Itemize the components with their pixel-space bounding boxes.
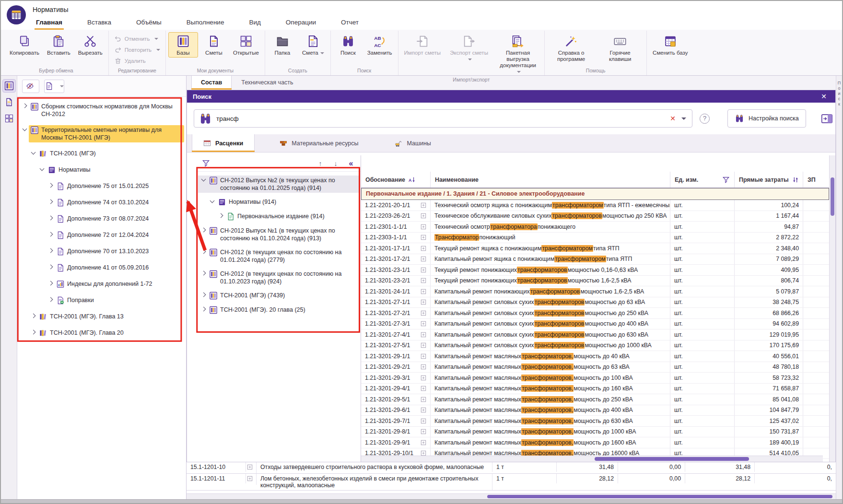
ribbon-tab[interactable]: Выполнение	[185, 15, 226, 30]
chevron-down-icon[interactable]	[38, 165, 46, 173]
tab-materials[interactable]: Материальные ресурсы	[268, 134, 370, 152]
estimate-button[interactable]: Смета	[298, 32, 328, 58]
folder-button[interactable]: Папка	[268, 32, 297, 58]
horizontal-scrollbar[interactable]	[361, 456, 823, 462]
table-row[interactable]: 1.21-3201-29-9/1Капитальный ремонт масля…	[361, 437, 829, 448]
document-tab[interactable]: Состав	[191, 76, 232, 90]
collapsed-panel-strip[interactable]: Поиск	[836, 76, 842, 499]
tab-machines[interactable]: Машины	[383, 134, 442, 152]
replace-button[interactable]: АВАСЗаменить	[364, 32, 396, 58]
tab-rates[interactable]: Расценки	[192, 134, 255, 152]
tree-item[interactable]: ТСН-2001 (МГЭ). Глава 20	[17, 328, 184, 338]
delete-button[interactable]: Удалить	[111, 57, 149, 65]
close-icon[interactable]: ✕	[818, 93, 830, 100]
chevron-right-icon[interactable]	[47, 214, 55, 222]
cut-button[interactable]: Вырезать	[75, 32, 106, 58]
chevron-right-icon[interactable]	[47, 231, 55, 238]
chevron-right-icon[interactable]	[30, 328, 37, 336]
bases-button[interactable]: Базы	[168, 32, 198, 58]
scrollbar-thumb[interactable]	[831, 177, 834, 216]
table-row[interactable]: 1.21-3201-29-7/1Капитальный ремонт масля…	[361, 416, 829, 427]
scrollbar-thumb[interactable]	[595, 457, 749, 461]
ribbon-tab[interactable]: Операции	[284, 15, 317, 30]
tree-item[interactable]: Дополнение 72 от 12.04.2024	[17, 230, 184, 240]
table-row[interactable]: 1.21-2303-1-1/1Трансформатор понижающийш…	[361, 233, 829, 244]
table-row[interactable]: 1.21-3201-27-2/1Капитальный ремонт силов…	[361, 308, 829, 319]
table-row[interactable]: 1.21-3201-23-1/1Текущий ремонт понижающи…	[361, 265, 829, 276]
ribbon-tab[interactable]: Вид	[247, 15, 262, 30]
chevron-down-icon[interactable]	[30, 149, 37, 157]
chevron-down-icon[interactable]	[21, 126, 29, 133]
tree-item[interactable]: СН-2012 (в текущих ценах по состоянию на…	[198, 269, 360, 286]
table-row[interactable]: 15.1-1201-10Отходы затвердевшего строите…	[187, 462, 836, 474]
copy-button[interactable]: Копировать	[6, 32, 43, 58]
tree-item[interactable]: Дополнение 73 от 08.07.2024	[17, 214, 184, 224]
table-row[interactable]: 1.21-3201-17-2/1Капитальный ремонт ящика…	[361, 254, 829, 265]
estimates-button[interactable]: Сметы	[199, 32, 229, 58]
bases-panel-button[interactable]	[3, 80, 15, 92]
vertical-scrollbar[interactable]	[829, 155, 835, 462]
binoculars-button[interactable]: Поиск	[333, 32, 363, 58]
table-row[interactable]: 1.21-3201-23-2/1Текущий ремонт понижающи…	[361, 276, 829, 287]
hide-empty-button[interactable]	[22, 80, 39, 93]
column-header[interactable]: Наименование	[431, 172, 670, 188]
column-header[interactable]: Прямые затраты	[735, 172, 803, 188]
tree-item[interactable]: ТСН-2001 (МГЭ) (7439)	[198, 291, 360, 301]
table-row[interactable]: 1.21-3201-27-1/1Капитальный ремонт силов…	[361, 297, 829, 308]
table-row[interactable]: 1.21-3201-29-1/1Капитальный ремонт масля…	[361, 351, 829, 362]
tree-item[interactable]: Дополнение 70 от 13.10.2023	[17, 246, 184, 257]
tree-item[interactable]: Индексы для дополнений 1-72	[17, 279, 184, 289]
chevron-right-icon[interactable]	[200, 291, 208, 299]
table-row[interactable]: 1.21-3201-29-4/1Капитальный ремонт масля…	[361, 384, 829, 395]
tree-item[interactable]: СН-2012 (в текущих ценах по состоянию на…	[198, 247, 360, 265]
table-row[interactable]: 1.21-2201-20-1/1Технический осмотр ящика…	[361, 200, 829, 211]
paste-button[interactable]: Вставить	[44, 32, 74, 58]
chevron-right-icon[interactable]	[200, 305, 208, 313]
opened-button[interactable]: Открытые	[230, 32, 262, 58]
tree-item[interactable]: Дополнение 75 от 15.01.2025	[17, 181, 184, 191]
search-history-caret-icon[interactable]	[681, 117, 686, 120]
ribbon-tab[interactable]: Главная	[35, 15, 64, 30]
table-row[interactable]: 1.21-3201-29-2/1Капитальный ремонт масля…	[361, 362, 829, 373]
table-row[interactable]: 15.1-1201-11Лом бетонных, железобетонных…	[187, 474, 836, 491]
collapse-panel-button[interactable]: «	[345, 158, 357, 169]
export-button[interactable]: Экспорт сметы	[445, 32, 493, 64]
tree-item[interactable]: Первоначальное издание (914)	[198, 211, 360, 222]
chevron-right-icon[interactable]	[47, 296, 55, 304]
tree-item[interactable]: Дополнение 41 от 05.09.2016	[17, 263, 184, 273]
table-row[interactable]: 1.21-3201-27-5/1Капитальный ремонт силов…	[361, 340, 829, 352]
documents-panel-button[interactable]	[3, 96, 15, 108]
ribbon-tab[interactable]: Отчет	[340, 15, 360, 30]
move-up-button[interactable]: ↑	[315, 158, 326, 169]
search-input[interactable]	[216, 115, 664, 122]
chevron-right-icon[interactable]	[21, 102, 29, 110]
ribbon-tab[interactable]: Вставка	[86, 15, 113, 30]
chevron-right-icon[interactable]	[47, 198, 55, 206]
column-header[interactable]: ЗП	[803, 172, 829, 188]
clear-search-icon[interactable]: ✕	[668, 115, 677, 122]
change-base-button[interactable]: Сменить базу	[649, 32, 691, 58]
tree-item[interactable]: СН-2012 Выпуск №1 (в текущих ценах по со…	[198, 226, 360, 243]
tree-item[interactable]: ТСН-2001 (МГЭ)	[17, 149, 184, 159]
column-header[interactable]: ОбоснованиеА	[361, 172, 431, 188]
tree-item[interactable]: Дополнение 74 от 03.10.2024	[17, 198, 184, 208]
table-row[interactable]: 1.21-3201-17-1/1Текущий ремонт ящика с п…	[361, 243, 829, 254]
view-mode-button[interactable]	[44, 80, 64, 93]
column-header[interactable]: Ед. изм.	[670, 172, 735, 188]
move-down-button[interactable]: ↓	[330, 158, 341, 169]
chevron-down-icon[interactable]	[209, 198, 216, 205]
undo-button[interactable]: Отменить	[111, 35, 162, 43]
chevron-right-icon[interactable]	[47, 247, 55, 255]
batch-export-button[interactable]: Пакетная выгрузка документации	[494, 32, 542, 76]
chevron-right-icon[interactable]	[47, 280, 55, 287]
search-settings-button[interactable]: Настройка поиска	[727, 109, 806, 128]
chevron-right-icon[interactable]	[30, 312, 37, 320]
tree-item[interactable]: Территориальные сметные нормативы для Мо…	[17, 125, 184, 142]
hotkeys-button[interactable]: Горячие клавиши	[596, 32, 644, 64]
list-panel-button[interactable]	[3, 112, 15, 125]
tree-item[interactable]: ТСН-2001 (МГЭ). Глава 13	[17, 312, 184, 322]
table-row[interactable]: 1.21-3201-29-8/1Капитальный ремонт масля…	[361, 427, 829, 438]
ribbon-tab[interactable]: Объёмы	[135, 15, 163, 30]
chevron-right-icon[interactable]	[217, 212, 225, 220]
dock-left-button[interactable]	[820, 112, 833, 125]
